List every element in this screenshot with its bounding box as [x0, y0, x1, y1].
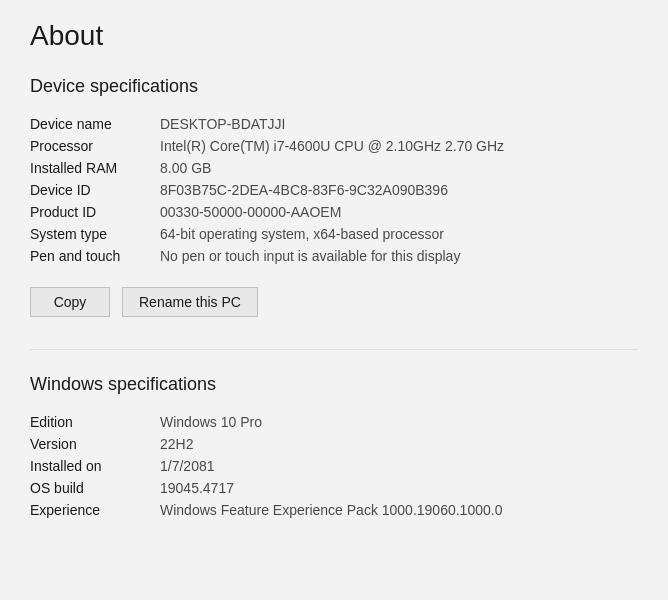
- table-row: ProcessorIntel(R) Core(TM) i7-4600U CPU …: [30, 135, 638, 157]
- windows-section-title: Windows specifications: [30, 374, 638, 395]
- device-button-row: Copy Rename this PC: [30, 287, 638, 317]
- spec-value: 1/7/2081: [160, 458, 638, 474]
- table-row: Installed RAM8.00 GB: [30, 157, 638, 179]
- spec-value: Windows Feature Experience Pack 1000.190…: [160, 502, 638, 518]
- table-row: EditionWindows 10 Pro: [30, 411, 638, 433]
- table-row: Pen and touchNo pen or touch input is av…: [30, 245, 638, 267]
- spec-value: 64-bit operating system, x64-based proce…: [160, 226, 638, 242]
- spec-label: OS build: [30, 480, 160, 496]
- table-row: Device nameDESKTOP-BDATJJI: [30, 113, 638, 135]
- spec-value: No pen or touch input is available for t…: [160, 248, 638, 264]
- spec-label: Device name: [30, 116, 160, 132]
- table-row: System type64-bit operating system, x64-…: [30, 223, 638, 245]
- spec-value: 00330-50000-00000-AAOEM: [160, 204, 638, 220]
- table-row: Device ID8F03B75C-2DEA-4BC8-83F6-9C32A09…: [30, 179, 638, 201]
- spec-value: Intel(R) Core(TM) i7-4600U CPU @ 2.10GHz…: [160, 138, 638, 154]
- spec-label: Experience: [30, 502, 160, 518]
- device-spec-table: Device nameDESKTOP-BDATJJIProcessorIntel…: [30, 113, 638, 267]
- spec-value: DESKTOP-BDATJJI: [160, 116, 638, 132]
- spec-value: 8.00 GB: [160, 160, 638, 176]
- spec-label: System type: [30, 226, 160, 242]
- spec-value: 19045.4717: [160, 480, 638, 496]
- device-section-title: Device specifications: [30, 76, 638, 97]
- rename-pc-button[interactable]: Rename this PC: [122, 287, 258, 317]
- spec-label: Pen and touch: [30, 248, 160, 264]
- spec-label: Installed on: [30, 458, 160, 474]
- spec-value: Windows 10 Pro: [160, 414, 638, 430]
- spec-label: Version: [30, 436, 160, 452]
- table-row: OS build19045.4717: [30, 477, 638, 499]
- section-divider: [30, 349, 638, 350]
- spec-label: Installed RAM: [30, 160, 160, 176]
- page-title: About: [30, 20, 638, 52]
- spec-label: Edition: [30, 414, 160, 430]
- table-row: Product ID00330-50000-00000-AAOEM: [30, 201, 638, 223]
- spec-value: 22H2: [160, 436, 638, 452]
- table-row: ExperienceWindows Feature Experience Pac…: [30, 499, 638, 521]
- spec-label: Processor: [30, 138, 160, 154]
- spec-label: Product ID: [30, 204, 160, 220]
- spec-label: Device ID: [30, 182, 160, 198]
- table-row: Version22H2: [30, 433, 638, 455]
- windows-spec-table: EditionWindows 10 ProVersion22H2Installe…: [30, 411, 638, 521]
- spec-value: 8F03B75C-2DEA-4BC8-83F6-9C32A090B396: [160, 182, 638, 198]
- copy-button[interactable]: Copy: [30, 287, 110, 317]
- table-row: Installed on1/7/2081: [30, 455, 638, 477]
